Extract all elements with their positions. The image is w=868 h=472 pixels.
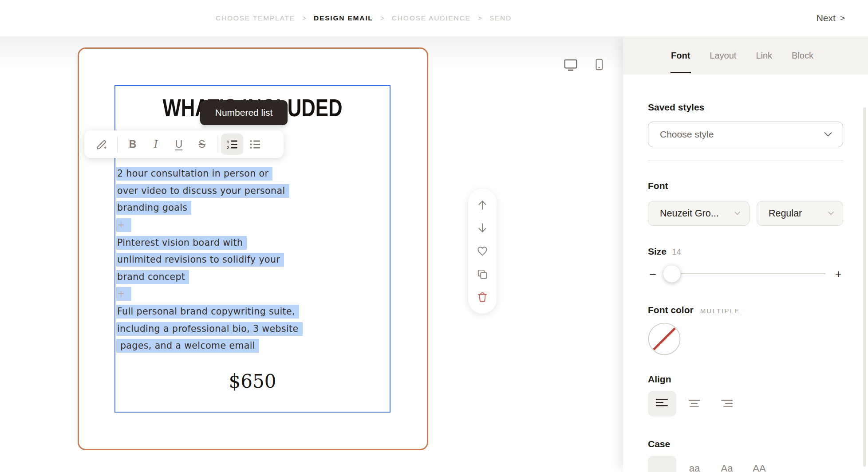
highlighted-text-line[interactable]: 2 hour consultation in person or bbox=[116, 167, 272, 181]
svg-text:2: 2 bbox=[227, 145, 229, 150]
font-color-multiple-badge: MULTIPLE bbox=[700, 307, 740, 315]
arrow-up-icon bbox=[476, 199, 489, 211]
highlighted-plus-line[interactable]: + bbox=[116, 218, 131, 232]
bold-icon: B bbox=[129, 138, 137, 150]
font-color-swatch[interactable] bbox=[648, 323, 681, 355]
choose-style-select[interactable]: Choose style bbox=[648, 122, 843, 147]
align-heading: Align bbox=[648, 374, 843, 385]
sidebar-content: Saved styles Choose style Font Neuzeit G… bbox=[623, 102, 868, 472]
size-heading: Size bbox=[648, 246, 667, 257]
breadcrumb-choose-audience[interactable]: CHOOSE AUDIENCE bbox=[392, 14, 471, 22]
move-up-button[interactable] bbox=[476, 198, 489, 212]
size-increase-button[interactable]: + bbox=[833, 268, 843, 279]
numbered-list-tooltip: Numbered list bbox=[200, 100, 288, 125]
case-titlecase-label: Aa bbox=[721, 463, 733, 472]
highlighted-text-line[interactable]: Full personal brand copywriting suite, bbox=[116, 305, 299, 319]
ai-edit-icon[interactable] bbox=[91, 134, 114, 154]
desktop-preview-icon[interactable] bbox=[563, 57, 579, 73]
tab-font[interactable]: Font bbox=[671, 36, 690, 75]
slider-rail bbox=[666, 273, 825, 274]
highlighted-text-line[interactable]: Pinterest vision board with bbox=[116, 236, 247, 250]
highlighted-text-line[interactable]: including a professional bio, 3 website bbox=[116, 322, 303, 336]
size-heading-row: Size 14 bbox=[648, 246, 843, 257]
choose-style-value: Choose style bbox=[660, 129, 714, 140]
highlighted-text-line[interactable]: brand concept bbox=[116, 270, 189, 284]
breadcrumb: CHOOSE TEMPLATE > DESIGN EMAIL > CHOOSE … bbox=[216, 0, 512, 36]
align-buttons bbox=[648, 391, 843, 417]
sidebar-scrollbar[interactable] bbox=[863, 107, 866, 467]
font-selects-row: Neuzeit Gro... Regular bbox=[648, 201, 843, 226]
style-sidebar: Font Layout Link Block Saved styles Choo… bbox=[623, 36, 868, 472]
size-slider: – + bbox=[648, 264, 843, 283]
case-uppercase-button[interactable]: AA bbox=[745, 456, 773, 472]
price-text[interactable]: $650 bbox=[115, 370, 390, 392]
trash-icon bbox=[476, 291, 489, 303]
design-canvas: WHAT'S INCLUDED 2 hour consultation in p… bbox=[0, 36, 623, 472]
tab-layout[interactable]: Layout bbox=[710, 36, 736, 75]
breadcrumb-design-email[interactable]: DESIGN EMAIL bbox=[314, 14, 373, 22]
sidebar-tabs: Font Layout Link Block bbox=[623, 36, 868, 75]
highlighted-text-line[interactable]: pages, and a welcome email bbox=[116, 339, 259, 353]
chevron-down-icon bbox=[828, 212, 834, 215]
case-none-button[interactable] bbox=[648, 456, 676, 472]
slider-thumb[interactable] bbox=[663, 265, 681, 283]
highlighted-text-line[interactable]: over video to discuss your personal bbox=[116, 184, 289, 198]
chevron-right-icon: > bbox=[840, 13, 845, 23]
tab-block[interactable]: Block bbox=[792, 36, 813, 75]
case-titlecase-button[interactable]: Aa bbox=[713, 456, 741, 472]
case-lowercase-button[interactable]: aa bbox=[680, 456, 709, 472]
font-color-heading-row: Font color MULTIPLE bbox=[648, 305, 843, 315]
no-color-icon bbox=[648, 323, 681, 355]
toolbar-divider bbox=[217, 136, 217, 152]
next-button[interactable]: Next > bbox=[817, 0, 845, 36]
top-navigation-bar: CHOOSE TEMPLATE > DESIGN EMAIL > CHOOSE … bbox=[0, 0, 868, 36]
breadcrumb-separator: > bbox=[303, 15, 306, 22]
case-uppercase-label: AA bbox=[753, 463, 765, 472]
delete-button[interactable] bbox=[476, 291, 489, 304]
align-right-icon bbox=[720, 398, 734, 409]
email-body-text[interactable]: 2 hour consultation in person or over vi… bbox=[116, 167, 303, 356]
align-left-button[interactable] bbox=[648, 391, 676, 417]
bold-button[interactable]: B bbox=[121, 134, 144, 154]
font-color-heading: Font color bbox=[648, 305, 694, 315]
underline-button[interactable]: U bbox=[167, 134, 190, 154]
size-decrease-button[interactable]: – bbox=[648, 268, 658, 279]
svg-text:1: 1 bbox=[227, 139, 229, 144]
numbered-list-button[interactable]: 1 2 bbox=[221, 134, 243, 155]
underline-icon: U bbox=[175, 138, 183, 150]
email-designer-app: CHOOSE TEMPLATE > DESIGN EMAIL > CHOOSE … bbox=[0, 0, 868, 472]
chevron-down-icon bbox=[734, 212, 740, 215]
breadcrumb-choose-template[interactable]: CHOOSE TEMPLATE bbox=[216, 14, 295, 22]
font-weight-value: Regular bbox=[769, 208, 802, 219]
duplicate-button[interactable] bbox=[476, 267, 489, 281]
case-lowercase-label: aa bbox=[689, 463, 700, 472]
size-slider-track[interactable] bbox=[666, 264, 825, 283]
align-center-button[interactable] bbox=[680, 391, 709, 417]
align-center-icon bbox=[687, 398, 702, 409]
highlighted-text-line[interactable]: unlimited revisions to solidify your bbox=[116, 253, 284, 267]
align-left-icon bbox=[655, 398, 669, 409]
highlighted-plus-line[interactable]: + bbox=[116, 287, 131, 301]
breadcrumb-separator: > bbox=[478, 15, 482, 22]
italic-button[interactable]: I bbox=[144, 134, 167, 154]
tab-link[interactable]: Link bbox=[756, 36, 772, 75]
numbered-list-icon: 1 2 bbox=[226, 138, 238, 150]
chevron-down-icon bbox=[824, 132, 832, 137]
align-right-button[interactable] bbox=[713, 391, 741, 417]
breadcrumb-send[interactable]: SEND bbox=[489, 14, 512, 22]
favorite-button[interactable] bbox=[476, 244, 489, 258]
next-button-label: Next bbox=[817, 13, 836, 24]
duplicate-icon bbox=[476, 268, 489, 280]
highlighted-text-line[interactable]: branding goals bbox=[116, 201, 191, 215]
italic-icon: I bbox=[154, 138, 158, 150]
saved-styles-heading: Saved styles bbox=[648, 102, 843, 113]
font-family-select[interactable]: Neuzeit Gro... bbox=[648, 201, 750, 226]
move-down-button[interactable] bbox=[476, 221, 489, 235]
toolbar-divider bbox=[117, 136, 118, 152]
strikethrough-button[interactable]: S bbox=[190, 134, 213, 154]
size-value: 14 bbox=[672, 247, 681, 257]
bullet-list-button[interactable] bbox=[243, 134, 266, 154]
mobile-preview-icon[interactable] bbox=[591, 57, 607, 73]
text-format-toolbar: B I U S 1 2 bbox=[84, 130, 284, 158]
font-weight-select[interactable]: Regular bbox=[757, 201, 843, 226]
